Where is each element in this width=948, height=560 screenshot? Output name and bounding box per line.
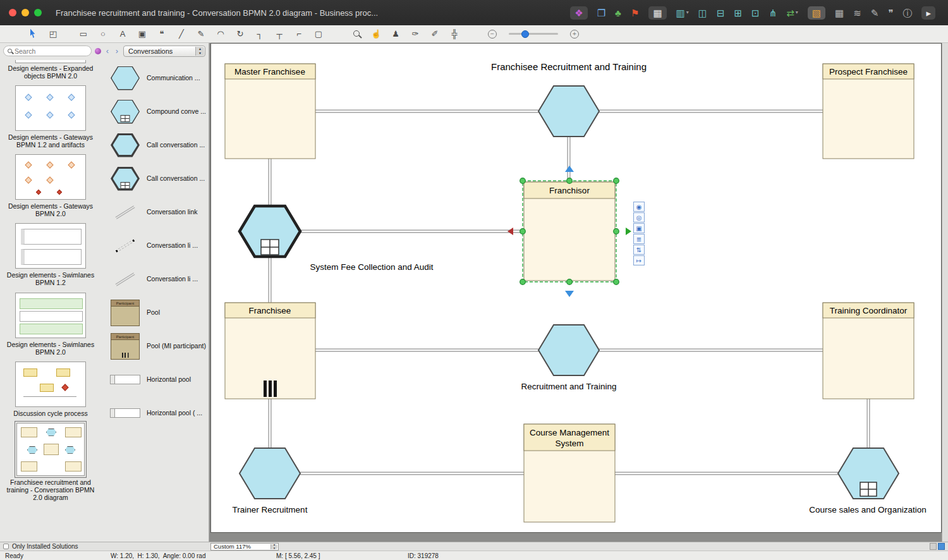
solutions-app-icon[interactable]: ❖ xyxy=(570,6,587,20)
pool-title-line1[interactable]: Course Management xyxy=(530,428,609,437)
pool-franchisor[interactable]: Franchisor xyxy=(524,182,615,281)
callout-icon[interactable]: ❞ xyxy=(888,8,893,18)
tree-connector-icon[interactable]: ⋔ xyxy=(769,8,777,18)
shape-item[interactable]: Conversation li ... xyxy=(101,262,209,296)
crop-tool-icon[interactable]: ╬ xyxy=(447,30,461,38)
scroll-corner-button[interactable] xyxy=(930,543,937,550)
conversation-node-system-fee[interactable] xyxy=(240,206,300,257)
conversation-node-trainer[interactable] xyxy=(240,448,300,499)
template-item[interactable]: Design elements - Swimlanes BPMN 2.0 xyxy=(0,293,101,356)
nav-back-button[interactable]: ‹ xyxy=(104,47,111,55)
eyedropper-tool-icon[interactable]: ✑ xyxy=(408,30,422,38)
shape-format-icon[interactable]: ▣ xyxy=(633,223,645,233)
line-tool-icon[interactable]: ╱ xyxy=(174,30,188,38)
shape-item[interactable]: Horizontal pool ( ... xyxy=(101,396,209,430)
text-tool-icon[interactable]: A xyxy=(116,30,130,38)
endpoint-arrow-left-icon[interactable] xyxy=(507,228,513,235)
conversation-node-recruitment[interactable] xyxy=(538,325,599,375)
endpoint-arrow-right-icon[interactable] xyxy=(626,228,631,235)
active-document-icon[interactable]: ▧ xyxy=(808,6,825,20)
nav-forward-button[interactable]: › xyxy=(114,47,120,55)
template-item[interactable]: Franchisee recruitment and training - Co… xyxy=(0,423,101,501)
transform-tool-icon[interactable]: ◰ xyxy=(46,30,60,38)
flag-icon[interactable]: ⚑ xyxy=(631,8,639,18)
label-recruitment[interactable]: Recruitment and Training xyxy=(521,382,617,391)
pool-course-management-system[interactable]: Course Management System xyxy=(524,424,615,522)
document-page[interactable]: Master Franchisee Prospect Franchisee Fr… xyxy=(210,43,942,533)
present-icon[interactable]: ▸ xyxy=(921,6,935,20)
zoom-slider-knob[interactable] xyxy=(521,30,529,38)
wave-icon[interactable]: ≋ xyxy=(853,8,861,18)
color-style-icon[interactable]: ◎ xyxy=(633,212,645,222)
shape-item[interactable]: Conversation link xyxy=(101,195,209,229)
minimize-button[interactable] xyxy=(21,9,29,16)
curve-tool-icon[interactable]: ↻ xyxy=(233,30,247,38)
close-button[interactable] xyxy=(9,9,16,16)
conversation-node-course-sales[interactable] xyxy=(838,448,899,499)
solutions-panel-icon[interactable] xyxy=(95,48,101,54)
info-icon[interactable]: ⓘ xyxy=(902,8,912,18)
shape-item[interactable]: Participant Pool (MI participant) xyxy=(101,329,209,363)
connector-icon[interactable]: ⇄▾ xyxy=(786,8,798,18)
style-stamp-icon[interactable]: ◉ xyxy=(633,202,645,212)
stamp-tool-icon[interactable]: ♟ xyxy=(389,30,403,38)
zoom-out-button[interactable]: − xyxy=(488,30,497,39)
diagram-title[interactable]: Franchisee Recruitment and Training xyxy=(491,61,647,72)
pool-master-franchisee[interactable]: Master Franchisee xyxy=(225,64,315,159)
clover-icon[interactable]: ♣ xyxy=(615,8,621,18)
arc-tool-icon[interactable]: ◠ xyxy=(214,30,228,38)
glue-arrow-bottom-icon[interactable] xyxy=(565,291,574,297)
zoom-level-dropdown[interactable]: Custom 117% ▴▾ xyxy=(210,543,279,551)
swap-vertical-icon[interactable]: ⇅ xyxy=(633,245,645,255)
shape-item[interactable]: Communication ... xyxy=(101,61,209,95)
layers-icon[interactable]: ⊡ xyxy=(751,8,760,18)
elbow-connector-icon[interactable]: ┐ xyxy=(253,30,267,38)
only-installed-checkbox[interactable] xyxy=(3,544,9,549)
smart-connector-icon[interactable]: ⌐ xyxy=(292,30,306,38)
rounded-rect-tool-icon[interactable]: ▢ xyxy=(312,30,325,38)
pan-tool-icon[interactable]: ☝ xyxy=(369,30,383,38)
search-input[interactable] xyxy=(15,47,78,55)
shape-item[interactable]: Call conversation ... xyxy=(101,128,209,162)
chart-type-icon[interactable]: ▥▾ xyxy=(676,8,689,18)
ellipse-tool-icon[interactable]: ○ xyxy=(96,30,110,38)
insert-shape-icon[interactable]: ⊞ xyxy=(734,8,743,18)
shape-item[interactable]: Call conversation ... xyxy=(101,162,209,195)
template-item[interactable]: Discussion cycle process xyxy=(0,362,101,417)
pencil-tool-icon[interactable]: ✎ xyxy=(194,30,208,38)
pool-prospect-franchisee[interactable]: Prospect Franchisee xyxy=(823,64,914,159)
copy-document-icon[interactable]: ❐ xyxy=(597,8,605,18)
zoom-tool-icon[interactable] xyxy=(349,30,363,38)
template-item[interactable]: Design elements - Expanded objects BPMN … xyxy=(0,60,101,80)
label-trainer[interactable]: Trainer Recruitment xyxy=(233,505,308,514)
swimlane-v-icon[interactable]: ⊟ xyxy=(717,8,725,18)
zoom-window-button[interactable] xyxy=(34,9,42,16)
frame-tool-icon[interactable]: ▣ xyxy=(135,30,149,38)
label-course-sales[interactable]: Course sales and Organization xyxy=(809,505,926,514)
properties-list-icon[interactable]: ≣ xyxy=(633,234,645,244)
template-item[interactable]: Design elements - Gateways BPMN 2.0 xyxy=(0,154,101,217)
shape-item[interactable]: Conversation li ... xyxy=(101,229,209,262)
vertical-scrollbar[interactable] xyxy=(942,43,948,542)
shape-item[interactable]: Compound conve ... xyxy=(101,95,209,128)
pool-title-line2[interactable]: System xyxy=(555,439,583,448)
table-icon[interactable]: ▦ xyxy=(648,6,666,20)
page-navigator-button[interactable] xyxy=(938,543,945,550)
conversation-node-recruitment-top[interactable] xyxy=(538,86,599,137)
pen-icon[interactable]: ✎ xyxy=(871,8,879,18)
shape-item[interactable]: Horizontal pool xyxy=(101,363,209,396)
rectangle-tool-icon[interactable]: ▭ xyxy=(76,30,90,38)
polyline-connector-icon[interactable]: ┬ xyxy=(272,30,286,38)
pool-franchisee[interactable]: Franchisee xyxy=(225,303,315,399)
template-item[interactable]: Design elements - Swimlanes BPMN 1.2 xyxy=(0,223,101,286)
select-tool-icon[interactable] xyxy=(27,28,40,39)
pool-training-coordinator[interactable]: Training Coordinator xyxy=(823,303,914,399)
pool-title[interactable]: Prospect Franchisee xyxy=(829,67,908,76)
shape-item[interactable]: Participant Pool xyxy=(101,296,209,329)
pool-title[interactable]: Franchisee xyxy=(249,306,291,315)
template-item[interactable]: Design elements - Gateways BPMN 1.2 and … xyxy=(0,85,101,149)
connect-action-icon[interactable]: ↦ xyxy=(633,255,645,265)
zoom-slider[interactable] xyxy=(509,33,558,35)
callout-tool-icon[interactable]: ❝ xyxy=(155,30,169,38)
glue-arrow-top-icon[interactable] xyxy=(565,166,574,172)
